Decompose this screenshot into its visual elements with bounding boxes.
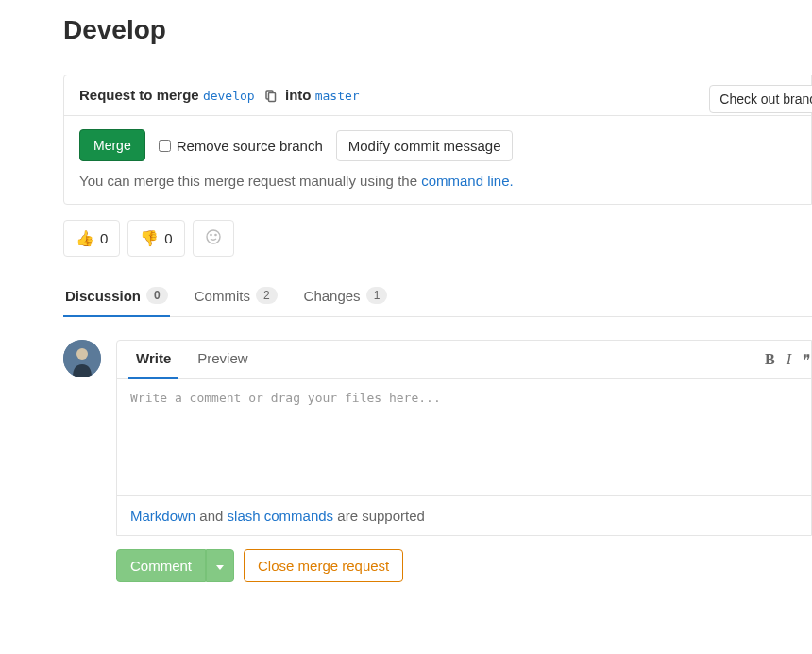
comment-support: Markdown and slash commands are supporte… xyxy=(117,495,811,535)
comment-actions: Comment Close merge request xyxy=(116,549,812,582)
command-line-link[interactable]: command line. xyxy=(421,173,514,189)
remove-source-branch-checkbox[interactable] xyxy=(159,140,171,152)
support-suffix: are supported xyxy=(333,508,425,524)
italic-icon[interactable]: I xyxy=(787,351,791,369)
slash-commands-link[interactable]: slash commands xyxy=(228,508,334,524)
request-prefix: Request to merge xyxy=(79,87,199,103)
page-title: Develop xyxy=(63,15,812,45)
comment-dropdown-button[interactable] xyxy=(206,549,234,582)
thumbs-up-count: 0 xyxy=(100,230,108,246)
mr-tabs: Discussion 0 Commits 2 Changes 1 xyxy=(63,277,812,317)
comment-tabs: Write Preview B I ❞ xyxy=(117,341,811,379)
thumbs-down-count: 0 xyxy=(164,230,172,246)
comment-area: Write Preview B I ❞ Markdown and slash c… xyxy=(63,340,812,536)
svg-point-4 xyxy=(215,234,216,235)
smiley-icon xyxy=(205,228,222,248)
tab-discussion[interactable]: Discussion 0 xyxy=(63,277,170,317)
thumbs-down-button[interactable]: 👎 0 xyxy=(127,220,184,257)
merge-panel: Request to merge develop into master Che… xyxy=(63,75,812,205)
merge-header-text: Request to merge develop into master xyxy=(79,87,360,104)
close-merge-request-button[interactable]: Close merge request xyxy=(244,549,403,582)
tab-discussion-count: 0 xyxy=(146,287,168,304)
tab-commits-label: Commits xyxy=(195,288,250,304)
checkout-button[interactable]: Check out branch xyxy=(709,85,812,113)
comment-button[interactable]: Comment xyxy=(116,549,206,582)
chevron-down-icon xyxy=(216,565,224,570)
thumbs-up-icon: 👍 xyxy=(76,229,94,247)
write-tab[interactable]: Write xyxy=(128,341,178,379)
svg-rect-1 xyxy=(268,93,275,102)
merge-button[interactable]: Merge xyxy=(79,129,145,161)
comment-toolbar: B I ❞ xyxy=(765,351,811,369)
into-text: into xyxy=(285,87,312,103)
tab-commits[interactable]: Commits 2 xyxy=(193,277,279,317)
reactions: 👍 0 👎 0 xyxy=(63,220,812,257)
svg-point-2 xyxy=(207,230,220,243)
tab-changes-label: Changes xyxy=(304,288,361,304)
copy-icon[interactable] xyxy=(262,89,278,104)
comment-input[interactable] xyxy=(117,379,811,493)
quote-icon[interactable]: ❞ xyxy=(803,351,811,369)
modify-commit-button[interactable]: Modify commit message xyxy=(336,130,514,161)
merge-hint: You can merge this merge request manuall… xyxy=(79,173,796,189)
merge-body: Merge Remove source branch Modify commit… xyxy=(64,116,811,204)
merge-header: Request to merge develop into master Che… xyxy=(64,75,811,116)
source-branch[interactable]: develop xyxy=(203,89,255,103)
preview-tab[interactable]: Preview xyxy=(190,341,255,379)
bold-icon[interactable]: B xyxy=(765,351,775,369)
tab-commits-count: 2 xyxy=(256,287,278,304)
divider xyxy=(63,59,812,59)
tab-changes[interactable]: Changes 1 xyxy=(302,277,390,317)
comment-box: Write Preview B I ❞ Markdown and slash c… xyxy=(116,340,812,536)
remove-source-branch-wrap[interactable]: Remove source branch xyxy=(159,138,323,154)
thumbs-up-button[interactable]: 👍 0 xyxy=(63,220,120,257)
thumbs-down-icon: 👎 xyxy=(140,229,159,247)
remove-source-branch-label: Remove source branch xyxy=(177,138,323,154)
svg-point-3 xyxy=(211,234,211,235)
svg-point-6 xyxy=(76,348,88,360)
markdown-link[interactable]: Markdown xyxy=(130,508,195,524)
tab-changes-count: 1 xyxy=(366,287,388,304)
avatar[interactable] xyxy=(63,340,101,377)
add-reaction-button[interactable] xyxy=(193,220,234,257)
support-and: and xyxy=(195,508,227,524)
tab-discussion-label: Discussion xyxy=(65,288,141,304)
target-branch[interactable]: master xyxy=(315,89,360,103)
merge-hint-text: You can merge this merge request manuall… xyxy=(79,173,421,189)
